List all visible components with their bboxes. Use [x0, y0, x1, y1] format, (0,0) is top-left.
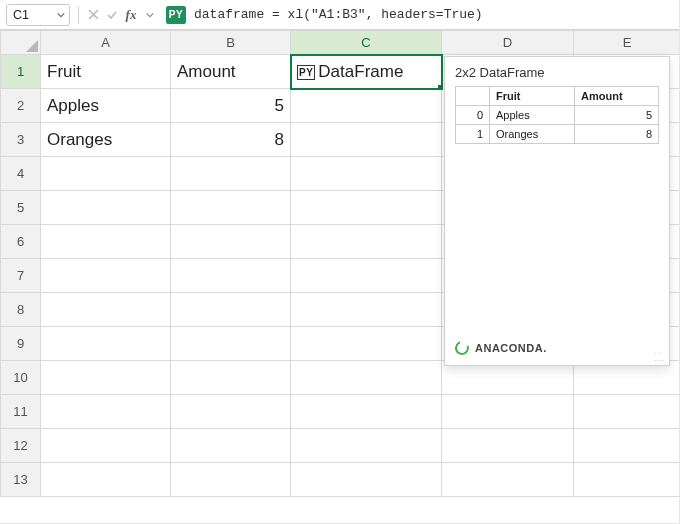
select-all-corner[interactable]: [1, 31, 41, 55]
row-header-9[interactable]: 9: [1, 327, 41, 361]
cell-B9[interactable]: [171, 327, 291, 361]
cell-C6[interactable]: [291, 225, 442, 259]
cell-C3[interactable]: [291, 123, 442, 157]
row-header-1[interactable]: 1: [1, 55, 41, 89]
preview-title: 2x2 DataFrame: [455, 65, 659, 80]
cell-A5[interactable]: [41, 191, 171, 225]
cell-B4[interactable]: [171, 157, 291, 191]
row-header-8[interactable]: 8: [1, 293, 41, 327]
cell-D12[interactable]: [442, 429, 574, 463]
row-header-10[interactable]: 10: [1, 361, 41, 395]
cell-A13[interactable]: [41, 463, 171, 497]
preview-table: Fruit Amount 0 Apples 5 1 Oranges 8: [455, 86, 659, 144]
col-header-A[interactable]: A: [41, 31, 171, 55]
preview-col-fruit: Fruit: [490, 87, 575, 106]
preview-col-amount: Amount: [575, 87, 659, 106]
cell-B6[interactable]: [171, 225, 291, 259]
row-header-7[interactable]: 7: [1, 259, 41, 293]
cell-C5[interactable]: [291, 191, 442, 225]
formula-bar: C1 fx PY dataframe = xl("A1:B3", headers…: [0, 0, 679, 30]
cell-C8[interactable]: [291, 293, 442, 327]
preview-cell-fruit: Apples: [490, 106, 575, 125]
cancel-icon[interactable]: [85, 7, 101, 23]
cell-C12[interactable]: [291, 429, 442, 463]
cell-D11[interactable]: [442, 395, 574, 429]
preview-index-header: [456, 87, 490, 106]
cell-A9[interactable]: [41, 327, 171, 361]
cell-C7[interactable]: [291, 259, 442, 293]
cell-A6[interactable]: [41, 225, 171, 259]
separator: [78, 6, 79, 24]
cell-A12[interactable]: [41, 429, 171, 463]
row-header-2[interactable]: 2: [1, 89, 41, 123]
col-header-B[interactable]: B: [171, 31, 291, 55]
cell-C4[interactable]: [291, 157, 442, 191]
formula-input[interactable]: dataframe = xl("A1:B3", headers=True): [190, 7, 673, 22]
anaconda-label: ANACONDA.: [475, 342, 547, 354]
cell-A1[interactable]: Fruit: [41, 55, 171, 89]
cell-B8[interactable]: [171, 293, 291, 327]
preview-row: 0 Apples 5: [456, 106, 659, 125]
resize-grip-icon[interactable]: .....: [654, 348, 665, 362]
row-header-13[interactable]: 13: [1, 463, 41, 497]
cell-E13[interactable]: [574, 463, 681, 497]
preview-row-index: 1: [456, 125, 490, 144]
cell-B10[interactable]: [171, 361, 291, 395]
cell-B1[interactable]: Amount: [171, 55, 291, 89]
cell-A10[interactable]: [41, 361, 171, 395]
preview-cell-fruit: Oranges: [490, 125, 575, 144]
fx-icon[interactable]: fx: [123, 7, 139, 23]
cell-A8[interactable]: [41, 293, 171, 327]
cell-B7[interactable]: [171, 259, 291, 293]
col-header-C[interactable]: C: [291, 31, 442, 55]
cell-B12[interactable]: [171, 429, 291, 463]
cell-C11[interactable]: [291, 395, 442, 429]
preview-row: 1 Oranges 8: [456, 125, 659, 144]
cell-C10[interactable]: [291, 361, 442, 395]
cell-C2[interactable]: [291, 89, 442, 123]
formula-buttons: fx: [85, 7, 158, 23]
preview-cell-amount: 5: [575, 106, 659, 125]
enter-icon[interactable]: [104, 7, 120, 23]
formula-code: dataframe = xl("A1:B3", headers=True): [194, 7, 483, 22]
name-box[interactable]: C1: [6, 4, 70, 26]
cell-C9[interactable]: [291, 327, 442, 361]
cell-C1-value: DataFrame: [318, 62, 403, 81]
cell-E12[interactable]: [574, 429, 681, 463]
excel-window: C1 fx PY dataframe = xl("A1:B3", headers…: [0, 0, 680, 524]
cell-D13[interactable]: [442, 463, 574, 497]
python-object-icon: PY: [297, 65, 315, 80]
dropdown-icon[interactable]: [142, 7, 158, 23]
row-header-5[interactable]: 5: [1, 191, 41, 225]
row-header-12[interactable]: 12: [1, 429, 41, 463]
preview-row-index: 0: [456, 106, 490, 125]
col-header-D[interactable]: D: [442, 31, 574, 55]
cell-A3[interactable]: Oranges: [41, 123, 171, 157]
row-header-11[interactable]: 11: [1, 395, 41, 429]
cell-B2[interactable]: 5: [171, 89, 291, 123]
col-header-E[interactable]: E: [574, 31, 681, 55]
cell-E11[interactable]: [574, 395, 681, 429]
row-header-3[interactable]: 3: [1, 123, 41, 157]
anaconda-branding: ANACONDA.: [455, 341, 547, 355]
cell-C13[interactable]: [291, 463, 442, 497]
cell-B5[interactable]: [171, 191, 291, 225]
cell-A11[interactable]: [41, 395, 171, 429]
row-header-6[interactable]: 6: [1, 225, 41, 259]
preview-cell-amount: 8: [575, 125, 659, 144]
cell-A7[interactable]: [41, 259, 171, 293]
chevron-down-icon[interactable]: [57, 11, 65, 19]
name-box-value: C1: [13, 8, 29, 22]
cell-B13[interactable]: [171, 463, 291, 497]
cell-A2[interactable]: Apples: [41, 89, 171, 123]
python-mode-chip: PY: [166, 6, 186, 24]
cell-B11[interactable]: [171, 395, 291, 429]
dataframe-preview-card: 2x2 DataFrame Fruit Amount 0 Apples 5 1 …: [444, 56, 670, 366]
cell-A4[interactable]: [41, 157, 171, 191]
row-header-4[interactable]: 4: [1, 157, 41, 191]
cell-B3[interactable]: 8: [171, 123, 291, 157]
cell-C1[interactable]: PYDataFrame: [291, 55, 442, 89]
anaconda-icon: [453, 339, 472, 358]
